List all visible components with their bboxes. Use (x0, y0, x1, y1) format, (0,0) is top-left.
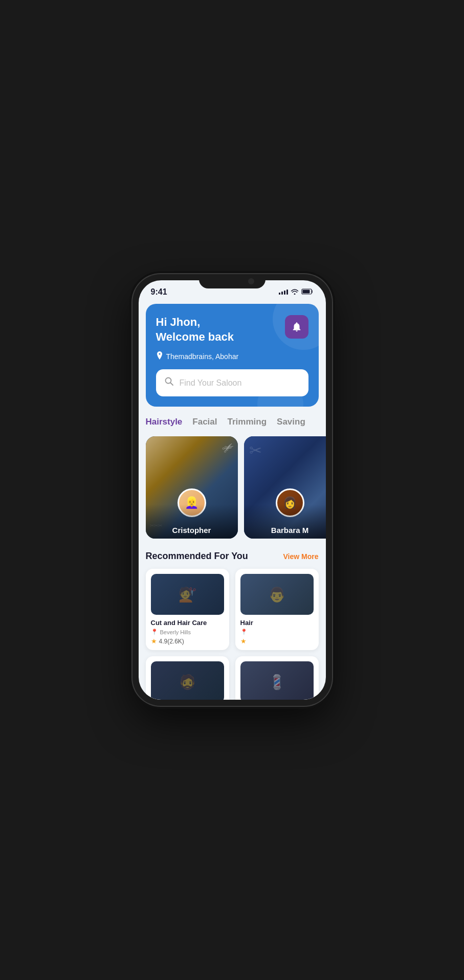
hero-location: Themadbrains, Abohar (166, 352, 239, 361)
view-more-button[interactable]: View More (283, 552, 319, 561)
stylist-overlay-2: Barbara M (244, 504, 326, 539)
rec-card-org[interactable]: 💈 Org 📍 ★ (235, 656, 319, 700)
status-icons (279, 288, 314, 296)
hero-top: Hi Jhon, Welcome back (156, 315, 308, 344)
rec-rating-2: ★ (240, 637, 314, 645)
rec-name-1: Cut and Hair Care (151, 619, 224, 627)
camera-dot (248, 278, 254, 284)
tab-hairstyle[interactable]: Hairstyle (146, 417, 183, 428)
search-bar[interactable]: Find Your Saloon (156, 369, 308, 396)
stylist-card-barbara[interactable]: ✂ 👩 Barbara M (244, 436, 326, 539)
hero-card: Hi Jhon, Welcome back T (146, 304, 319, 407)
rec-thumb-hair: 👨 (240, 574, 314, 615)
tab-facial[interactable]: Facial (192, 417, 217, 428)
search-input[interactable]: Find Your Saloon (180, 378, 242, 388)
rec-card-beard[interactable]: 🧔 Beard Styling 📍 Beverly Hills ★ 4.9(2.… (146, 656, 229, 700)
hero-greeting: Hi Jhon, Welcome back (156, 315, 234, 344)
tab-saving[interactable]: Saving (277, 417, 305, 428)
scroll-content[interactable]: Hi Jhon, Welcome back T (139, 300, 326, 700)
notification-button[interactable] (285, 315, 308, 339)
location-row: Themadbrains, Abohar (156, 351, 308, 361)
stylist-name-barbara: Barbara M (271, 526, 308, 534)
rec-rating-text-1: 4.9(2.6K) (159, 638, 184, 645)
stylist-row: ✂ ✂✂✂ 👱‍♀️ Cristopher ✂ (139, 436, 326, 541)
rec-card-hair[interactable]: 👨 Hair 📍 ★ (235, 569, 319, 650)
battery-icon (301, 288, 314, 296)
stylist-name-cristopher: Cristopher (172, 526, 211, 534)
recommended-grid: 💇 Cut and Hair Care 📍 Beverly Hills ★ 4.… (139, 569, 326, 700)
star-icon-2: ★ (240, 637, 247, 645)
tab-trimming[interactable]: Trimming (228, 417, 267, 428)
stylist-overlay-1: Cristopher (146, 504, 238, 539)
rec-rating-1: ★ 4.9(2.6K) (151, 637, 224, 645)
rec-thumb-beard: 🧔 (151, 661, 224, 700)
categories-section: Hairstyle Facial Trimming Saving (139, 407, 326, 428)
phone-screen: 9:41 (139, 280, 326, 700)
phone-shell: 9:41 (132, 274, 332, 706)
bell-icon (291, 321, 302, 332)
rec-card-cut-hair[interactable]: 💇 Cut and Hair Care 📍 Beverly Hills ★ 4.… (146, 569, 229, 650)
wifi-icon (291, 288, 299, 296)
recommended-section: Recommended For You View More (139, 541, 326, 562)
rec-thumb-org: 💈 (240, 661, 314, 700)
category-tabs: Hairstyle Facial Trimming Saving (146, 417, 319, 428)
pin-icon-2: 📍 (240, 629, 248, 635)
rec-thumb-cut-hair: 💇 (151, 574, 224, 615)
rec-location-2: 📍 (240, 629, 314, 635)
status-time: 9:41 (151, 287, 167, 297)
rec-location-text-1: Beverly Hills (160, 629, 191, 635)
search-icon (164, 376, 174, 389)
rec-location-1: 📍 Beverly Hills (151, 629, 224, 635)
location-pin-icon (156, 351, 163, 361)
rec-name-2: Hair (240, 619, 314, 627)
phone-notch (199, 274, 266, 288)
recommended-title: Recommended For You (146, 551, 248, 562)
pin-icon-1: 📍 (151, 629, 158, 635)
stylist-card-cristopher[interactable]: ✂ ✂✂✂ 👱‍♀️ Cristopher (146, 436, 238, 539)
signal-bars-icon (279, 289, 288, 295)
section-header: Recommended For You View More (146, 551, 319, 562)
svg-rect-1 (302, 289, 310, 293)
star-icon-1: ★ (151, 637, 157, 645)
svg-point-2 (165, 378, 171, 384)
